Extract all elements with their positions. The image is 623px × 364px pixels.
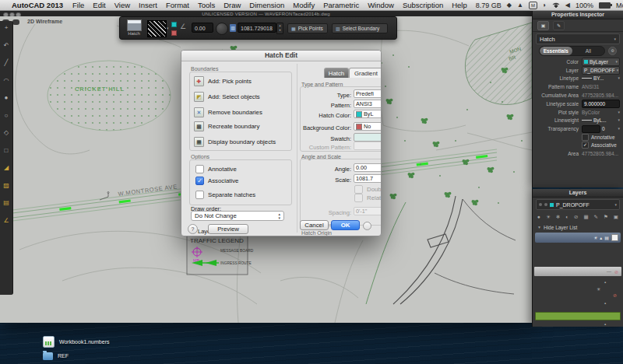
pick-points-button[interactable]: ▦ Pick Points xyxy=(287,23,328,33)
layer-grid-icon[interactable]: ▤ xyxy=(604,235,609,240)
add-pick-points-button[interactable]: ✚ Add: Pick points xyxy=(194,76,252,86)
tool-polygon-icon[interactable]: ◇ xyxy=(4,130,9,136)
swatch-chevron-icon[interactable]: ▾ xyxy=(167,26,169,30)
angle-dial[interactable] xyxy=(216,23,228,35)
layer-thaw-icon[interactable]: ☀ xyxy=(546,215,551,220)
bullet-icon[interactable]: ▪ xyxy=(604,280,606,285)
layer-row[interactable]: — ⊘ xyxy=(534,267,621,276)
layer-freeze-icon[interactable]: ❄ xyxy=(556,215,560,220)
hide-layer-list-toggle[interactable]: ▼ Hide Layer List xyxy=(533,222,623,232)
annotative-checkbox[interactable] xyxy=(195,165,204,173)
annotative-checkbox[interactable] xyxy=(582,134,589,141)
hatch-tool-icon[interactable] xyxy=(127,19,142,31)
bullet-icon[interactable]: ▪ xyxy=(604,301,606,306)
layer-plot-icon[interactable]: ▴ xyxy=(600,235,602,240)
layer-flag-icon[interactable]: ⚑ xyxy=(604,215,608,220)
draw-order-popup[interactable]: Do Not Change ▴▾ xyxy=(191,211,284,221)
menu-help[interactable]: Help xyxy=(452,1,467,9)
pattern-popup[interactable]: ANSI3 xyxy=(354,100,382,108)
background-color-chip[interactable] xyxy=(171,30,177,36)
tool-ellipse-icon[interactable]: ○ xyxy=(5,113,9,119)
menu-view[interactable]: View xyxy=(114,1,130,9)
linetype-scale-input[interactable]: 9.000000 xyxy=(582,100,620,108)
tool-select-icon[interactable]: + xyxy=(5,25,9,31)
chat-icon[interactable]: ◗ xyxy=(543,2,547,9)
menu-insert[interactable]: Insert xyxy=(139,1,157,9)
scale-stepper[interactable]: ▴▾ xyxy=(276,23,283,34)
layer-row-selected[interactable]: ☀ ▴ ▤ xyxy=(535,233,621,243)
properties-panel-title[interactable]: Properties Inspector xyxy=(533,11,623,19)
layer-color-chip[interactable] xyxy=(611,234,618,241)
linetype-dropdown[interactable]: BY... ▾ xyxy=(582,75,620,81)
transparency-input[interactable] xyxy=(582,125,600,133)
menu-format[interactable]: Format xyxy=(166,1,189,9)
tool-gradient-icon[interactable]: ▤ xyxy=(3,200,9,206)
ok-button[interactable]: OK xyxy=(331,220,360,230)
tool-circle-icon[interactable]: ● xyxy=(5,95,9,101)
lineweight-dropdown[interactable]: ByL... ▾ xyxy=(582,117,620,123)
menu-window[interactable]: Window xyxy=(368,1,394,9)
associative-checkbox[interactable]: ✓ xyxy=(582,142,589,149)
menu-tools[interactable]: Tools xyxy=(198,1,215,9)
memory-indicator[interactable]: 8.79 GB xyxy=(476,2,502,9)
menu-modify[interactable]: Modify xyxy=(293,1,315,9)
app-menu[interactable]: AutoCAD 2013 xyxy=(12,1,63,9)
plot-style-dropdown[interactable]: ByColor ▾ xyxy=(582,110,620,115)
volume-icon[interactable]: ◀ xyxy=(565,2,570,9)
battery-icon[interactable] xyxy=(599,2,611,9)
type-popup[interactable]: Predefi xyxy=(354,89,382,98)
remove-boundaries-button[interactable]: ✕ Remove boundaries xyxy=(194,107,262,117)
color-dropdown[interactable]: ByLayer ▾ xyxy=(582,58,620,66)
tool-fillet-icon[interactable]: ◢ xyxy=(4,165,9,171)
layer-on-icon[interactable]: ● xyxy=(537,215,540,220)
dropbox-icon[interactable]: ◆ xyxy=(507,2,512,9)
tool-rectangle-icon[interactable]: □ xyxy=(5,148,9,154)
menu-subscription[interactable]: Subscription xyxy=(403,1,443,9)
desktop-file-workbook[interactable]: Workbook1.numbers xyxy=(43,336,109,348)
viewport-view-button[interactable] xyxy=(12,19,19,25)
menu-draw[interactable]: Draw xyxy=(224,1,241,9)
add-select-objects-button[interactable]: ◩ Add: Select objects xyxy=(194,92,260,102)
scale-input[interactable]: 1081.729018 xyxy=(238,23,276,33)
hatch-color-chip[interactable] xyxy=(171,22,177,27)
menu-dimension[interactable]: Dimension xyxy=(249,1,284,9)
gear-icon[interactable]: ⚙ xyxy=(608,47,617,55)
desktop-folder-ref[interactable]: REF xyxy=(43,351,69,360)
object-properties-tab-icon[interactable]: ▣ xyxy=(537,21,549,30)
associative-checkbox[interactable]: ✓ xyxy=(195,177,204,185)
menu-parametric[interactable]: Parametric xyxy=(323,1,359,9)
layer-vp-icon[interactable]: ◐ xyxy=(565,215,568,220)
menu-date[interactable]: Mon Nov 11 xyxy=(616,2,623,9)
expand-dialog-button[interactable] xyxy=(363,222,371,230)
layer-sun-icon[interactable]: ☀ xyxy=(593,235,597,240)
locked-icon[interactable]: ⊘ xyxy=(613,293,617,298)
select-boundary-button[interactable]: ▥ Select Boundary xyxy=(332,23,388,33)
menu-file[interactable]: File xyxy=(72,1,84,9)
layer-list-icon[interactable]: ▣ xyxy=(614,215,618,220)
swatch-preview[interactable] xyxy=(354,133,382,142)
background-color-popup[interactable]: No xyxy=(354,122,382,131)
tab-all[interactable]: All xyxy=(572,47,605,55)
current-layer-dropdown[interactable]: P_DROPOFF ▾ xyxy=(536,199,620,210)
upload-icon[interactable]: ▲ xyxy=(517,2,523,9)
dialog-title[interactable]: Hatch Edit xyxy=(181,51,381,61)
help-button[interactable]: ? xyxy=(188,224,198,234)
tool-hatch-icon[interactable]: ▨ xyxy=(3,183,9,189)
scale-field[interactable]: 1081.7 xyxy=(354,174,382,183)
tool-arc-icon[interactable]: ◠ xyxy=(4,78,9,84)
no-plot-icon[interactable]: ⊘ xyxy=(614,269,618,275)
object-type-select[interactable]: Hatch ▾ xyxy=(536,33,620,44)
layer-edit-icon[interactable]: ✎ xyxy=(594,215,598,220)
wifi-icon[interactable] xyxy=(552,2,560,9)
angle-field[interactable]: 0.00 xyxy=(354,163,382,172)
display-boundary-objects-button[interactable]: ▦ Display boundary objects xyxy=(194,137,276,147)
layers-panel-title[interactable]: Layers xyxy=(533,189,623,198)
hatch-color-popup[interactable]: ByL xyxy=(354,110,382,118)
cancel-button[interactable]: Cancel xyxy=(300,220,329,230)
menu-edit[interactable]: Edit xyxy=(93,1,105,9)
transparency-control[interactable]: 0 ▾ xyxy=(582,125,620,133)
hatch-pattern-swatch[interactable] xyxy=(147,20,167,37)
layer-row-green[interactable] xyxy=(535,312,621,320)
viewport-label[interactable]: 2D Wireframe xyxy=(27,19,62,24)
messages-icon[interactable]: M xyxy=(529,2,537,9)
